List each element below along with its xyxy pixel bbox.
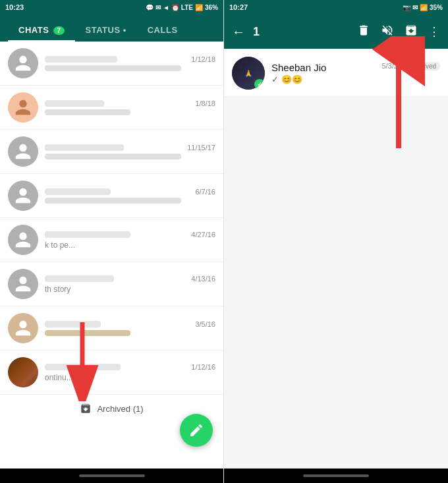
chat-snippet: k to pe...	[45, 241, 215, 250]
chat-content: 4/27/16 k to pe...	[45, 231, 215, 250]
selected-count: 1	[253, 25, 349, 39]
status-bar-right: 10:27 📷 ✉ 📶 35%	[224, 0, 448, 14]
compose-icon	[188, 422, 204, 438]
chat-msg-blur	[45, 154, 181, 159]
avatar	[8, 48, 38, 78]
right-status-icons: 📷 ✉ 📶 35%	[403, 4, 443, 11]
camera-icon: 📷	[403, 4, 410, 11]
chat-content: 4/13/16 th story	[45, 275, 215, 294]
arrow-annotation-up	[369, 36, 428, 157]
avatar	[8, 92, 38, 123]
contact-name: Sheeban Jio	[271, 62, 326, 73]
home-indicator-left	[0, 469, 223, 483]
whatsapp-icon: 💬	[146, 4, 154, 11]
archived-label[interactable]: Archived (1)	[97, 404, 143, 414]
battery-left: 36%	[205, 4, 218, 11]
chat-content: 1/8/18	[45, 99, 215, 115]
avatar-photo	[8, 357, 38, 387]
mail-icon: ✉	[412, 4, 418, 11]
status-bar-left: 10:23 💬 ✉ ◄ ⏰ LTE 📶 36%	[0, 0, 223, 14]
home-indicator-right	[224, 469, 448, 483]
chat-name-blur	[45, 56, 117, 63]
battery-right: 35%	[430, 4, 443, 11]
arrow-annotation-down	[53, 316, 112, 404]
tab-chats[interactable]: CHATS 7	[8, 20, 75, 42]
chat-item[interactable]: 4/13/16 th story	[0, 262, 223, 306]
chat-content: 1/12/18	[45, 55, 215, 71]
msg-icon: ✉	[155, 4, 161, 11]
nav-tabs: CHATS 7 STATUS • CALLS	[8, 20, 215, 42]
chat-name-blur	[45, 231, 130, 238]
avatar	[8, 269, 38, 299]
avatar	[8, 136, 38, 167]
back-button[interactable]: ←	[229, 22, 248, 42]
avatar	[8, 313, 38, 343]
chat-item[interactable]: 1/12/18	[0, 42, 223, 86]
chat-name-blur	[45, 188, 111, 195]
signal-bars: 📶	[195, 4, 203, 11]
home-bar	[79, 474, 145, 477]
signal-icon: 📶	[420, 4, 428, 11]
time-right: 10:27	[229, 3, 248, 11]
chat-msg-blur	[45, 198, 181, 204]
nav-icon: ◄	[163, 4, 169, 11]
chat-name-blur	[45, 100, 104, 107]
chat-item[interactable]: 6/7/16	[0, 174, 223, 218]
tab-status[interactable]: STATUS •	[75, 20, 137, 42]
chat-name-blur	[45, 144, 124, 151]
top-nav: CHATS 7 STATUS • CALLS	[0, 14, 223, 42]
chat-item[interactable]: 4/27/16 k to pe...	[0, 218, 223, 262]
verified-badge: ✓	[254, 79, 265, 90]
chat-item[interactable]: 1/8/18	[0, 86, 223, 130]
chat-name-blur	[45, 275, 114, 282]
left-panel: 10:23 💬 ✉ ◄ ⏰ LTE 📶 36% CHATS 7 STATUS •…	[0, 0, 224, 483]
chat-list: 1/12/18 1/8/18	[0, 42, 223, 469]
contact-avatar: 🙏 ✓	[232, 57, 265, 90]
chat-content: 6/7/16	[45, 188, 215, 204]
tab-calls[interactable]: CALLS	[137, 20, 188, 42]
signal-text: LTE	[181, 4, 193, 11]
avatar	[8, 225, 38, 255]
archive-icon	[80, 403, 92, 414]
avatar	[8, 181, 38, 211]
compose-fab[interactable]	[180, 414, 213, 447]
alarm-icon: ⏰	[171, 4, 179, 11]
left-status-icons: 💬 ✉ ◄ ⏰ LTE 📶 36%	[146, 4, 218, 11]
chat-item[interactable]: 11/15/17	[0, 130, 223, 174]
right-panel: 10:27 📷 ✉ 📶 35% ← 1 ⋮ 🙏 ✓	[224, 0, 448, 483]
chat-snippet: th story	[45, 285, 215, 294]
chat-content: 11/15/17	[45, 144, 215, 159]
chat-msg-blur	[45, 109, 130, 115]
time-left: 10:23	[5, 3, 24, 11]
home-bar-right	[303, 474, 369, 477]
chat-msg-blur	[45, 65, 181, 71]
